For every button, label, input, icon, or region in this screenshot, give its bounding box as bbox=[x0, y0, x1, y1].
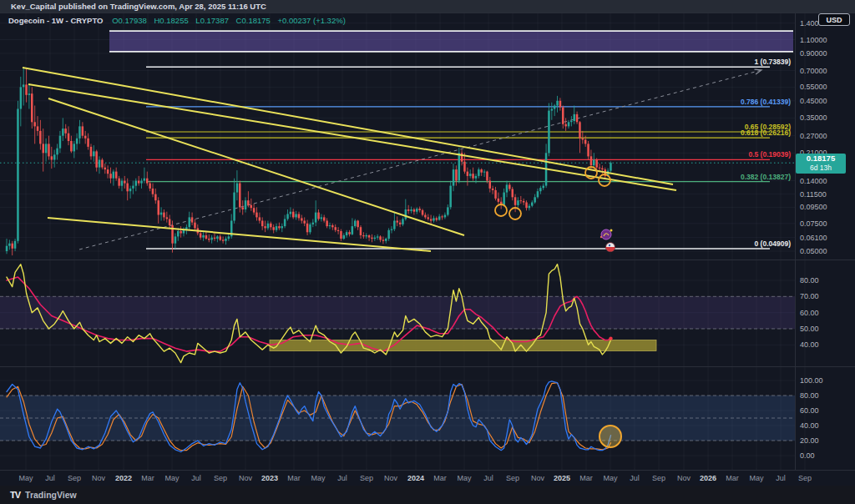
ohlc-open: O0.17938 bbox=[112, 16, 147, 25]
publish-note: Kev_Capital published on TradingView.com… bbox=[11, 2, 266, 11]
svg-text:Nov: Nov bbox=[531, 474, 545, 482]
ohlc-high: H0.18255 bbox=[154, 16, 189, 25]
bar-countdown: 6d 13h bbox=[796, 164, 846, 172]
svg-text:60.00: 60.00 bbox=[800, 406, 819, 415]
svg-text:May: May bbox=[18, 474, 33, 482]
svg-text:0.00: 0.00 bbox=[800, 451, 815, 460]
svg-text:May: May bbox=[311, 474, 326, 482]
svg-text:0 (0.04909): 0 (0.04909) bbox=[755, 239, 792, 248]
svg-text:0.5 (0.19039): 0.5 (0.19039) bbox=[748, 150, 791, 159]
svg-text:Sep: Sep bbox=[360, 474, 373, 482]
tradingview-logo-icon[interactable]: TV bbox=[10, 490, 20, 500]
svg-text:Sep: Sep bbox=[68, 474, 81, 482]
svg-text:Nov: Nov bbox=[239, 474, 253, 482]
svg-text:0.27000: 0.27000 bbox=[800, 132, 827, 140]
svg-text:0.14000: 0.14000 bbox=[800, 177, 827, 185]
svg-text:Mar: Mar bbox=[141, 474, 154, 482]
svg-text:Sep: Sep bbox=[652, 474, 665, 482]
svg-text:2022: 2022 bbox=[115, 474, 132, 482]
svg-text:Jul: Jul bbox=[337, 474, 347, 482]
svg-text:2026: 2026 bbox=[700, 474, 716, 482]
svg-text:20.00: 20.00 bbox=[800, 436, 819, 445]
svg-text:Mar: Mar bbox=[726, 474, 739, 482]
svg-text:Mar: Mar bbox=[287, 474, 301, 482]
ball-sticker-icon[interactable] bbox=[606, 243, 615, 252]
stochastic-pane bbox=[0, 381, 795, 452]
svg-text:May: May bbox=[457, 474, 472, 482]
svg-text:Jul: Jul bbox=[191, 474, 201, 482]
chart-canvas[interactable]: 1 (0.73839)0.786 (0.41339)0.65 (0.28592)… bbox=[0, 0, 855, 504]
svg-text:0.09500: 0.09500 bbox=[800, 203, 827, 211]
currency-toggle-button[interactable]: USD bbox=[818, 13, 850, 26]
tradingview-chart-window: 1 (0.73839)0.786 (0.41339)0.65 (0.28592)… bbox=[0, 0, 855, 504]
symbol-title[interactable]: Dogecoin - 1W - CRYPTO bbox=[8, 16, 103, 25]
svg-text:Jul: Jul bbox=[45, 474, 55, 482]
svg-text:Nov: Nov bbox=[677, 474, 691, 482]
svg-text:May: May bbox=[603, 474, 618, 482]
rsi-ma-end-dot bbox=[609, 336, 612, 340]
svg-text:0.35000: 0.35000 bbox=[800, 113, 827, 122]
svg-text:2024: 2024 bbox=[407, 474, 424, 482]
svg-text:0.11500: 0.11500 bbox=[800, 190, 827, 199]
svg-text:0.70000: 0.70000 bbox=[800, 67, 827, 75]
svg-text:1 (0.73839): 1 (0.73839) bbox=[755, 58, 792, 66]
svg-text:40.00: 40.00 bbox=[800, 421, 819, 430]
svg-text:Jul: Jul bbox=[776, 474, 786, 482]
svg-text:May: May bbox=[164, 474, 180, 482]
svg-text:100.00: 100.00 bbox=[800, 376, 823, 385]
svg-text:1.10000: 1.10000 bbox=[800, 36, 827, 44]
svg-text:0.382 (0.13827): 0.382 (0.13827) bbox=[741, 173, 791, 181]
svg-text:Jul: Jul bbox=[483, 474, 493, 482]
last-price-value: 0.18175 bbox=[796, 154, 846, 164]
svg-text:60.00: 60.00 bbox=[800, 309, 819, 317]
stoch-highlight-circle bbox=[600, 426, 621, 447]
svg-text:Nov: Nov bbox=[92, 474, 106, 482]
svg-text:Mar: Mar bbox=[433, 474, 447, 482]
price-axis-labels[interactable]: 1.400001.100000.900000.700000.550000.450… bbox=[800, 19, 827, 460]
svg-text:Sep: Sep bbox=[214, 474, 227, 482]
last-price-badge: 0.18175 6d 13h bbox=[796, 154, 846, 174]
symbol-legend: Dogecoin - 1W - CRYPTO O0.17938 H0.18255… bbox=[8, 16, 351, 25]
svg-text:0.07500: 0.07500 bbox=[800, 219, 827, 228]
svg-text:0.90000: 0.90000 bbox=[800, 49, 827, 58]
ohlc-close: C0.18175 bbox=[236, 16, 271, 25]
svg-text:2025: 2025 bbox=[554, 474, 570, 482]
svg-text:0.45000: 0.45000 bbox=[800, 97, 827, 105]
svg-text:Jul: Jul bbox=[630, 474, 640, 482]
svg-text:Mar: Mar bbox=[579, 474, 593, 482]
publish-bar: Kev_Capital published on TradingView.com… bbox=[0, 0, 855, 13]
svg-text:40.00: 40.00 bbox=[800, 340, 819, 349]
svg-text:May: May bbox=[749, 474, 764, 482]
svg-text:Sep: Sep bbox=[506, 474, 519, 482]
svg-text:0.06100: 0.06100 bbox=[800, 234, 827, 242]
time-axis-labels[interactable]: MayJulSepNov2022MarMayJulSepNov2023MarMa… bbox=[18, 474, 812, 482]
svg-text:70.00: 70.00 bbox=[800, 292, 819, 300]
resistance-zone-box[interactable] bbox=[109, 31, 793, 52]
svg-text:50.00: 50.00 bbox=[800, 325, 819, 333]
svg-text:0.55000: 0.55000 bbox=[800, 83, 827, 91]
svg-text:Nov: Nov bbox=[384, 474, 398, 482]
footer-bar: TV TradingView bbox=[0, 486, 855, 504]
rsi-pane bbox=[0, 265, 795, 363]
svg-text:2023: 2023 bbox=[261, 474, 278, 482]
svg-text:80.00: 80.00 bbox=[800, 391, 819, 400]
ohlc-low: L0.17387 bbox=[195, 16, 229, 25]
change-value: +0.00237 (+1.32%) bbox=[277, 16, 345, 25]
svg-text:Sep: Sep bbox=[798, 474, 812, 482]
svg-text:0.618 (0.26216): 0.618 (0.26216) bbox=[741, 129, 791, 137]
svg-text:80.00: 80.00 bbox=[800, 276, 819, 285]
tradingview-logo-text[interactable]: TradingView bbox=[25, 490, 77, 500]
svg-text:0.786 (0.41339): 0.786 (0.41339) bbox=[741, 98, 791, 106]
svg-text:0.05000: 0.05000 bbox=[800, 247, 827, 255]
